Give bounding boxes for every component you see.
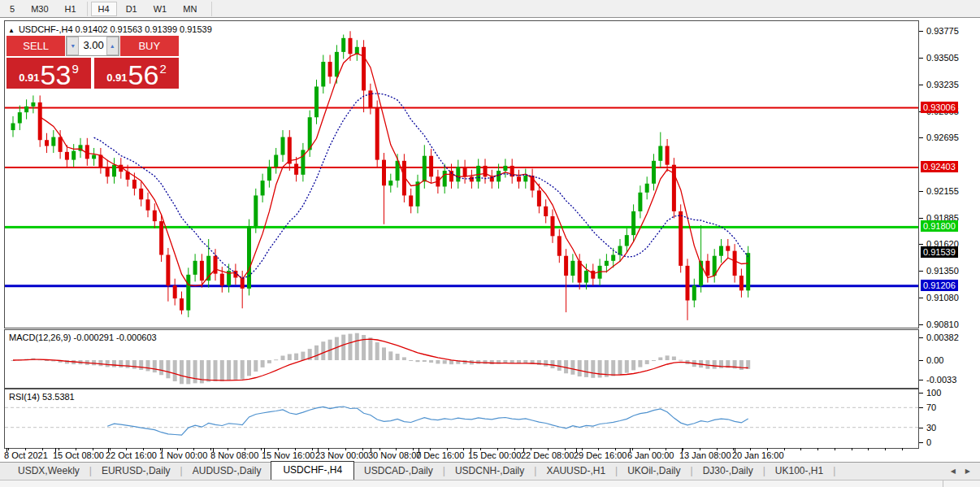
candle xyxy=(355,47,359,54)
chart-tab-usdcad-daily[interactable]: USDCAD-,Daily xyxy=(354,463,443,480)
candle xyxy=(638,193,642,211)
candle xyxy=(497,171,501,181)
volume-increase-button[interactable]: ▲ xyxy=(106,37,119,55)
timeframe-button-h4[interactable]: H4 xyxy=(91,2,117,16)
macd-histogram-bar xyxy=(368,337,372,360)
level-line-0.93006 xyxy=(5,107,918,109)
volume-input[interactable]: 3.00 xyxy=(79,37,106,55)
candle xyxy=(375,107,379,160)
candle xyxy=(59,137,63,152)
time-label: 15 Dec 00:00 xyxy=(468,450,521,460)
macd-histogram-bar xyxy=(294,354,298,360)
timeframe-button-h1[interactable]: H1 xyxy=(58,2,84,16)
macd-histogram-bar xyxy=(220,360,224,381)
level-price-label: 0.93006 xyxy=(921,102,958,113)
candle xyxy=(591,271,595,279)
chart-tab-bar: USDX,Weekly|EURUSD-,Daily|AUDUSD-,DailyU… xyxy=(0,462,980,480)
buy-button[interactable]: BUY xyxy=(120,36,179,56)
axis-tick-mark xyxy=(919,271,923,272)
candle xyxy=(652,161,656,184)
macd-tick-label: 0.00 xyxy=(926,355,943,365)
macd-histogram-bar xyxy=(281,356,285,360)
tab-scroll-right-icon[interactable]: ▶ xyxy=(965,467,970,475)
macd-histogram-bar xyxy=(254,360,258,372)
macd-histogram-bar xyxy=(449,360,453,364)
time-minor-tick xyxy=(817,448,818,450)
chart-tab-usdx-weekly[interactable]: USDX,Weekly xyxy=(8,463,89,480)
chart-tab-usdcnh-daily[interactable]: USDCNH-,Daily xyxy=(445,463,534,480)
chart-tab-ukoil-daily[interactable]: UKOil-,Daily xyxy=(618,463,690,480)
macd-histogram-bar xyxy=(645,360,649,364)
macd-histogram-bar xyxy=(591,360,595,378)
time-label: 13 Jan 08:00 xyxy=(679,450,731,460)
macd-indicator-pane[interactable]: MACD(12,26,9) -0.000291 -0.000603 xyxy=(4,329,919,389)
timeframe-button-w1[interactable]: W1 xyxy=(146,2,175,16)
candle xyxy=(65,152,69,160)
chart-tab-uk100-h1[interactable]: UK100-,H1 xyxy=(765,463,833,480)
timeframe-button-5[interactable]: 5 xyxy=(2,2,22,16)
axis-tick-mark xyxy=(919,324,923,325)
candle xyxy=(611,254,615,260)
candle xyxy=(139,189,143,199)
macd-histogram-bar xyxy=(429,360,433,363)
candle xyxy=(51,137,55,146)
price-tick-label: 0.93505 xyxy=(926,53,959,63)
chart-tab-usdchf-h4[interactable]: USDCHF-,H4 xyxy=(271,461,354,480)
timeframe-button-d1[interactable]: D1 xyxy=(119,2,145,16)
timeframe-toolbar: 5M30H1H4D1W1MN xyxy=(0,0,980,18)
macd-histogram-bar xyxy=(341,335,345,360)
candle xyxy=(463,167,467,176)
macd-histogram-bar xyxy=(382,347,386,360)
candle xyxy=(173,285,177,298)
chart-tab-audusd-daily[interactable]: AUDUSD-,Daily xyxy=(183,463,271,480)
macd-histogram-bar xyxy=(658,357,662,360)
macd-histogram-bar xyxy=(227,360,231,380)
time-axis[interactable]: 8 Oct 202115 Oct 08:0022 Oct 16:001 Nov … xyxy=(4,449,919,461)
candle xyxy=(517,176,521,181)
candle xyxy=(92,155,96,159)
timeframe-button-mn[interactable]: MN xyxy=(176,2,204,16)
macd-histogram-bar xyxy=(274,359,278,360)
sell-button[interactable]: SELL xyxy=(7,36,65,56)
candle xyxy=(341,38,345,52)
candle xyxy=(153,211,157,221)
macd-histogram-bar xyxy=(247,360,251,376)
volume-decrease-button[interactable]: ▼ xyxy=(67,37,79,55)
tab-scroll-left-icon[interactable]: ◀ xyxy=(951,467,956,475)
chart-tab-xauusd-h1[interactable]: XAUUSD-,H1 xyxy=(536,463,615,480)
macd-histogram-bar xyxy=(98,360,102,366)
macd-histogram-bar xyxy=(355,333,359,360)
candle xyxy=(106,167,110,176)
tab-scroll-arrows: ◀▶ xyxy=(951,467,980,480)
macd-histogram-bar xyxy=(186,360,190,384)
buy-price-box[interactable]: 0.91 56 2 xyxy=(94,58,179,89)
sell-price-box[interactable]: 0.91 53 9 xyxy=(7,58,91,89)
macd-histogram-bar xyxy=(106,360,110,367)
candle xyxy=(537,190,541,206)
macd-histogram-bar xyxy=(423,360,427,362)
rsi-indicator-pane[interactable]: RSI(14) 53.5381 xyxy=(4,389,919,449)
buy-price-prefix: 0.91 xyxy=(106,72,127,84)
macd-histogram-bar xyxy=(119,360,123,367)
sell-price-big: 53 xyxy=(41,63,72,87)
macd-histogram-bar xyxy=(443,360,447,363)
macd-histogram-bar xyxy=(544,360,548,367)
candle xyxy=(247,226,251,289)
rsi-canvas xyxy=(5,389,918,448)
macd-histogram-bar xyxy=(584,360,588,377)
time-label: 7 Dec 16:00 xyxy=(416,450,464,460)
chart-tab-dj30-daily[interactable]: DJ30-,Daily xyxy=(693,463,763,480)
macd-label: MACD(12,26,9) -0.000291 -0.000603 xyxy=(9,333,157,342)
time-label: 30 Nov 08:00 xyxy=(368,450,421,460)
candle xyxy=(18,112,22,123)
axis-tick-mark xyxy=(919,360,923,361)
macd-histogram-bar xyxy=(153,360,157,372)
price-axis[interactable]: 0.937750.935050.932350.929650.926950.921… xyxy=(919,18,980,462)
time-minor-tick xyxy=(835,448,835,450)
timeframe-button-m30[interactable]: M30 xyxy=(24,2,55,16)
chart-tab-eurusd-daily[interactable]: EURUSD-,Daily xyxy=(92,463,180,480)
macd-histogram-bar xyxy=(416,360,420,362)
current-price-label: 0.91539 xyxy=(921,246,958,258)
candle xyxy=(658,146,662,161)
chart-symbol-label: USDCHF-,H4 xyxy=(19,24,73,34)
